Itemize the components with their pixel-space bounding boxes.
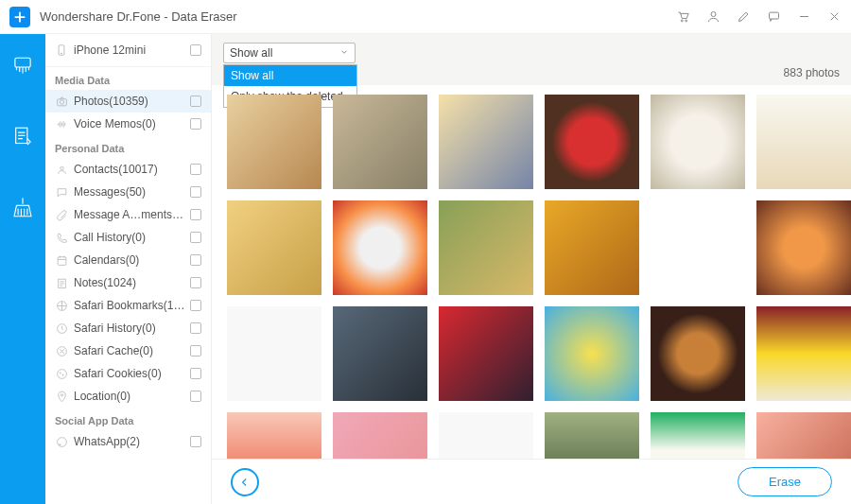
svg-point-7 — [61, 53, 61, 54]
nav-rail — [0, 34, 45, 504]
svg-point-18 — [62, 374, 63, 375]
svg-point-20 — [57, 437, 66, 446]
user-icon[interactable] — [705, 9, 721, 25]
photo-thumb[interactable] — [545, 95, 639, 189]
photo-thumb[interactable] — [333, 306, 427, 401]
photo-thumb[interactable] — [651, 306, 745, 401]
sidebar-item-calendars[interactable]: Calendars(0) — [45, 249, 211, 271]
filter-option-show-all[interactable]: Show all — [224, 65, 356, 86]
photo-thumb[interactable] — [651, 200, 745, 295]
app-logo — [9, 7, 30, 27]
photo-thumb[interactable] — [756, 200, 851, 295]
svg-point-9 — [60, 99, 63, 103]
svg-point-0 — [681, 20, 683, 22]
checkbox[interactable] — [190, 345, 201, 356]
svg-rect-4 — [15, 58, 30, 67]
sidebar-item-contacts[interactable]: Contacts(10017) — [45, 158, 211, 181]
sidebar-item-message-attachments[interactable]: Message A…ments(34) — [45, 203, 211, 226]
photo-thumb[interactable] — [333, 200, 427, 295]
sidebar-item-voice-memos[interactable]: Voice Memos(0) — [45, 113, 211, 135]
sidebar-item-location[interactable]: Location(0) — [45, 385, 211, 408]
edit-icon[interactable] — [736, 9, 751, 25]
cookie-icon — [55, 367, 68, 380]
photo-thumb[interactable] — [439, 306, 533, 401]
svg-point-16 — [57, 369, 66, 378]
nav-broom-icon[interactable] — [10, 195, 35, 219]
filter-selected: Show all — [230, 46, 272, 60]
photo-thumb[interactable] — [439, 412, 533, 459]
photo-thumb[interactable] — [756, 95, 851, 189]
location-icon — [55, 390, 68, 403]
photo-thumb[interactable] — [333, 412, 427, 459]
footer: Erase — [212, 459, 851, 504]
svg-rect-11 — [58, 256, 66, 265]
checkbox[interactable] — [190, 254, 201, 266]
nav-document-icon[interactable] — [10, 125, 35, 149]
chevron-down-icon — [339, 46, 349, 60]
cart-icon[interactable] — [675, 9, 690, 25]
titlebar: Wondershare Dr.Fone - Data Eraser — [0, 0, 851, 34]
whatsapp-icon — [55, 435, 68, 448]
sidebar-item-photos[interactable]: Photos(10359) — [45, 90, 211, 113]
close-icon[interactable] — [826, 9, 842, 25]
nav-eraser-icon[interactable] — [10, 55, 35, 79]
svg-point-19 — [61, 393, 62, 395]
message-icon — [55, 185, 68, 199]
attach-icon — [55, 208, 68, 221]
photo-thumb[interactable] — [227, 306, 321, 401]
sidebar-item-messages[interactable]: Messages(50) — [45, 181, 211, 203]
photo-thumb[interactable] — [545, 200, 639, 295]
photo-count: 883 photos — [784, 66, 840, 85]
photo-thumb[interactable] — [227, 95, 321, 189]
photo-thumb[interactable] — [439, 95, 533, 189]
back-button[interactable] — [231, 468, 259, 496]
sidebar-item-safari-history[interactable]: Safari History(0) — [45, 317, 211, 339]
photo-thumb[interactable] — [651, 95, 745, 189]
svg-point-10 — [60, 166, 62, 169]
svg-point-1 — [685, 20, 686, 22]
device-checkbox[interactable] — [190, 44, 201, 56]
checkbox[interactable] — [190, 277, 201, 288]
checkbox[interactable] — [190, 164, 201, 175]
checkbox[interactable] — [190, 391, 201, 402]
checkbox[interactable] — [190, 118, 201, 130]
checkbox[interactable] — [190, 322, 201, 334]
calendar-icon — [55, 253, 68, 267]
checkbox[interactable] — [190, 96, 201, 107]
phone-icon — [55, 43, 68, 57]
sidebar-item-whatsapp[interactable]: WhatsApp(2) — [45, 430, 211, 453]
svg-point-17 — [60, 372, 61, 373]
checkbox[interactable] — [190, 232, 201, 243]
photo-thumb[interactable] — [545, 306, 639, 401]
device-row[interactable]: iPhone 12mini — [45, 34, 211, 67]
checkbox[interactable] — [190, 186, 201, 198]
section-social-label: Social App Data — [45, 408, 211, 430]
main: iPhone 12mini Media Data Photos(10359) V… — [0, 34, 851, 504]
sidebar-item-notes[interactable]: Notes(1024) — [45, 271, 211, 294]
contact-icon — [55, 163, 68, 176]
checkbox[interactable] — [190, 368, 201, 379]
sidebar-item-safari-cookies[interactable]: Safari Cookies(0) — [45, 362, 211, 385]
erase-button[interactable]: Erase — [738, 467, 832, 496]
photo-thumb[interactable] — [439, 200, 533, 295]
photo-thumb[interactable] — [756, 412, 851, 459]
sidebar-item-call-history[interactable]: Call History(0) — [45, 226, 211, 249]
sidebar-item-safari-bookmarks[interactable]: Safari Bookmarks(1347) — [45, 294, 211, 317]
photo-thumb[interactable] — [756, 306, 851, 401]
app-title: Wondershare Dr.Fone - Data Eraser — [40, 9, 675, 24]
sidebar-item-safari-cache[interactable]: Safari Cache(0) — [45, 339, 211, 362]
photo-thumb[interactable] — [333, 95, 427, 189]
minimize-icon[interactable] — [796, 9, 811, 25]
toolbar: Show all Show all Only show the deleted … — [212, 34, 851, 85]
photo-thumb[interactable] — [545, 412, 639, 459]
checkbox[interactable] — [190, 436, 201, 447]
photo-thumb[interactable] — [651, 412, 745, 459]
filter-dropdown[interactable]: Show all Show all Only show the deleted — [223, 43, 356, 63]
checkbox[interactable] — [190, 300, 201, 311]
photo-thumb[interactable] — [227, 412, 321, 459]
history-icon — [55, 322, 68, 335]
photo-grid — [212, 85, 851, 459]
feedback-icon[interactable] — [766, 9, 781, 25]
checkbox[interactable] — [190, 209, 201, 220]
photo-thumb[interactable] — [227, 200, 321, 295]
